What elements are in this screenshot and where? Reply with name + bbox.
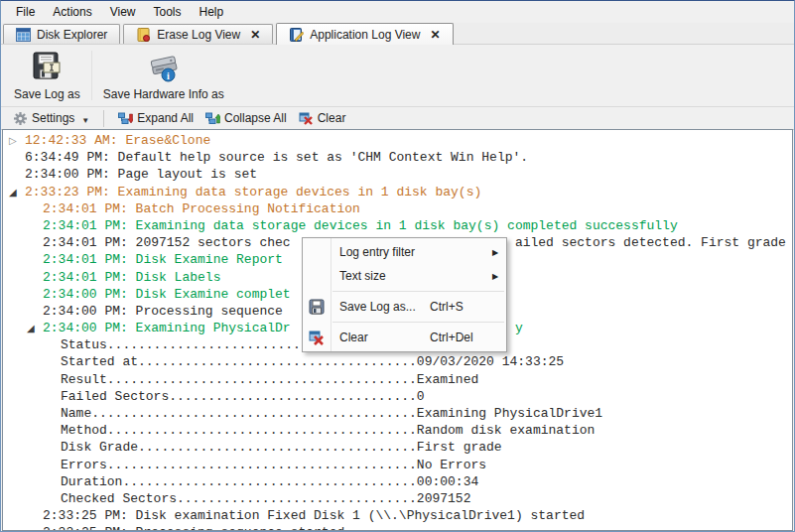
disk-explorer-icon [16, 28, 31, 42]
settings-button[interactable]: Settings ▼ [7, 109, 95, 128]
log-row[interactable]: ▷12:42:33 AM: Erase&Clone [3, 132, 792, 149]
log-row-text: 2:33:25 PM: Processing sequence started [43, 524, 344, 531]
log-row-text: 2:33:23 PM: Examining data storage devic… [25, 184, 481, 200]
log-row-text: 2:34:01 PM: Batch Processing Notificatio… [43, 200, 360, 217]
tab-application-log-view[interactable]: Application Log View ✕ [276, 23, 453, 45]
expand-all-icon [118, 111, 133, 126]
log-row-text: Failed Sectors..........................… [61, 388, 425, 405]
log-row-text: Duration................................… [61, 473, 478, 490]
save-log-as-button[interactable]: Save Log as [5, 47, 89, 104]
log-toolbar: Settings ▼ Expand All Collapse All Clear [1, 107, 794, 130]
submenu-arrow-icon: ▶ [492, 272, 506, 281]
toolbar-separator [91, 51, 92, 100]
tab-erase-log-view[interactable]: Erase Log View ✕ [123, 24, 273, 44]
log-row-text: 2:34:01 PM: Disk Labels [43, 269, 220, 286]
log-row-text: Method..................................… [61, 422, 595, 439]
log-row-text: Disk Grade..............................… [61, 439, 502, 456]
log-row[interactable]: 2:34:00 PM: Page layout is set [3, 166, 792, 183]
log-row-text: 2:34:01 PM: Disk Examine Report [43, 251, 283, 268]
clear-icon [303, 330, 331, 345]
tab-label: Application Log View [310, 28, 420, 42]
log-row-text: 2:34:00 PM: Page layout is set [25, 166, 257, 183]
collapse-node-icon[interactable]: ◢ [9, 184, 17, 200]
save-hardware-info-icon: i [147, 51, 181, 84]
tab-close-icon[interactable]: ✕ [250, 28, 260, 42]
save-hardware-info-label: Save Hardware Info as [103, 87, 224, 101]
log-row[interactable]: ◢2:33:23 PM: Examining data storage devi… [3, 184, 792, 200]
log-row[interactable]: Name....................................… [3, 405, 792, 422]
menu-item-shortcut: Ctrl+Del [430, 331, 492, 344]
collapse-node-icon[interactable]: ◢ [27, 320, 35, 336]
log-row[interactable]: Method..................................… [3, 422, 792, 439]
svg-text:i: i [167, 70, 170, 81]
log-row[interactable]: Duration................................… [3, 473, 792, 490]
log-row[interactable]: Checked Sectors.........................… [3, 490, 792, 507]
application-log-icon [289, 28, 304, 42]
menu-separator [332, 322, 504, 323]
menu-item-label: Clear [339, 331, 430, 344]
expand-all-button[interactable]: Expand All [112, 109, 199, 128]
menu-item-label: Text size [339, 269, 430, 283]
settings-label: Settings [32, 111, 74, 125]
log-row[interactable]: 2:34:01 PM: Batch Processing Notificatio… [3, 200, 792, 217]
log-row-text: 12:42:33 AM: Erase&Clone [25, 132, 210, 149]
clear-label: Clear [318, 111, 346, 125]
menu-actions[interactable]: Actions [44, 3, 100, 21]
erase-log-icon [136, 28, 151, 42]
log-row-text: 2:34:00 PM: Disk Examine complet [43, 286, 291, 303]
menu-item-save-log-as[interactable]: Save Log as... Ctrl+S [303, 295, 506, 319]
menu-item-label: Log entry filter [339, 245, 430, 259]
tab-close-icon[interactable]: ✕ [430, 28, 440, 42]
log-row[interactable]: Result..................................… [3, 371, 792, 388]
log-row-text: 2:33:25 PM: Disk examination Fixed Disk … [43, 507, 585, 524]
menu-file[interactable]: File [7, 3, 44, 21]
log-row[interactable]: 2:33:25 PM: Disk examination Fixed Disk … [3, 507, 792, 524]
log-row[interactable]: Failed Sectors..........................… [3, 388, 792, 405]
submenu-arrow-icon: ▶ [492, 248, 506, 257]
menu-help[interactable]: Help [191, 3, 233, 21]
log-row-text: Checked Sectors.........................… [61, 490, 470, 507]
menu-item-shortcut: Ctrl+S [430, 300, 492, 314]
log-row[interactable]: Errors..................................… [3, 457, 792, 473]
save-log-as-label: Save Log as [14, 87, 80, 101]
clear-icon [299, 111, 314, 126]
menu-item-log-entry-filter[interactable]: Log entry filter ▶ [303, 240, 506, 264]
clear-button[interactable]: Clear [293, 109, 352, 128]
log-row[interactable]: Disk Grade..............................… [3, 439, 792, 456]
tab-strip: Disk Explorer Erase Log View ✕ Applicati… [1, 23, 794, 45]
chevron-down-icon: ▼ [81, 116, 89, 125]
save-log-icon [30, 51, 64, 84]
menu-item-label: Save Log as... [339, 300, 430, 314]
save-hardware-info-button[interactable]: i Save Hardware Info as [94, 47, 233, 104]
menu-separator [332, 291, 504, 292]
save-log-icon [303, 299, 331, 315]
collapse-all-button[interactable]: Collapse All [199, 109, 293, 128]
tab-disk-explorer[interactable]: Disk Explorer [3, 24, 120, 44]
menu-item-text-size[interactable]: Text size ▶ [303, 264, 506, 288]
tab-label: Disk Explorer [37, 28, 107, 42]
expand-all-label: Expand All [137, 111, 194, 125]
log-row-text: Result..................................… [61, 371, 478, 388]
log-row-text: Started at..............................… [61, 353, 564, 370]
log-row[interactable]: 6:34:49 PM: Default help source is set a… [3, 149, 792, 166]
menu-tools[interactable]: Tools [145, 3, 191, 21]
log-row-text: Errors..................................… [61, 457, 486, 473]
log-row-text: 2:34:01 PM: Examining data storage devic… [43, 217, 678, 234]
log-row-text: Name....................................… [61, 405, 602, 422]
toolbar-separator [103, 110, 104, 127]
context-menu: Log entry filter ▶ Text size ▶ Save Log … [302, 237, 507, 352]
log-row-text: 6:34:49 PM: Default help source is set a… [25, 149, 528, 166]
main-toolbar: Save Log as i Save Hardware Info as [1, 45, 794, 107]
collapse-all-label: Collapse All [224, 111, 287, 125]
menu-bar: File Actions View Tools Help [1, 1, 794, 23]
log-row[interactable]: 2:33:25 PM: Processing sequence started [3, 524, 792, 531]
log-row-text: 2:34:00 PM: Processing sequence [43, 303, 283, 320]
collapse-all-icon [205, 111, 220, 126]
gear-icon [13, 111, 28, 126]
menu-item-clear[interactable]: Clear Ctrl+Del [303, 326, 506, 349]
expand-node-icon[interactable]: ▷ [9, 132, 17, 149]
log-row[interactable]: 2:34:01 PM: Examining data storage devic… [3, 217, 792, 234]
menu-view[interactable]: View [101, 3, 145, 21]
log-row[interactable]: Started at..............................… [3, 353, 792, 370]
app-window: File Actions View Tools Help Disk Explor… [0, 0, 795, 532]
